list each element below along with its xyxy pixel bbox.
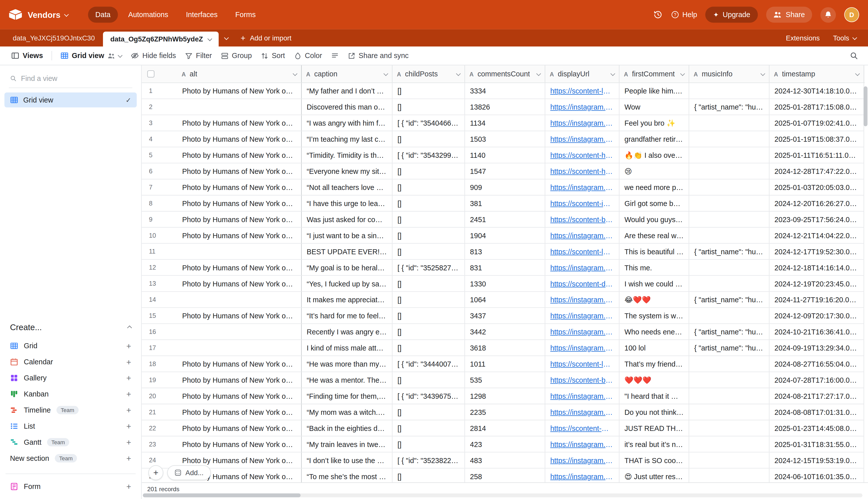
tools-button[interactable]: Tools [827,29,863,47]
cell-firstComment[interactable]: People like him. 😄 [619,83,689,99]
cell-timestamp[interactable]: 2025-01-03T20:05:03.000Z [770,179,864,195]
cell-displayUrl[interactable]: https://instagram.fjp... [545,468,619,484]
cell-musicInfo[interactable] [689,163,770,179]
url-link[interactable]: https://instagram.fjp... [550,472,614,480]
cell-childPosts[interactable]: [] [393,163,465,179]
create-item-calendar[interactable]: Calendar+ [4,354,137,370]
cell-alt[interactable] [177,292,302,307]
row-number[interactable]: 19 [142,372,177,388]
cell-displayUrl[interactable]: https://instagram.fm... [545,436,619,452]
row-number[interactable]: 9 [142,211,177,227]
airtable-logo-icon[interactable] [9,9,22,20]
cell-caption[interactable]: “He was more than my br... [302,356,392,372]
select-all-checkbox[interactable] [147,70,154,78]
cell-timestamp[interactable]: 2024-11-27T19:16:20.000Z [770,292,864,307]
hide-fields-button[interactable]: Hide fields [126,49,180,63]
cell-childPosts[interactable]: [] [393,131,465,147]
table-row[interactable]: 7Photo by Humans of New York on Jan...“N… [142,179,864,195]
cell-caption[interactable]: BEST UPDATE EVER! Mos... [302,244,392,259]
url-link[interactable]: https://instagram.fm... [550,263,614,272]
row-number[interactable]: 14 [142,292,177,307]
row-number[interactable]: 5 [142,147,177,163]
cell-caption[interactable]: “I have this urge to leave ... [302,195,392,211]
cell-commentsCount[interactable]: 3442 [465,324,545,339]
cell-timestamp[interactable]: 2024-12-20T16:26:27.000Z [770,195,864,211]
table-row[interactable]: 1Photo by Humans of New York on De...“My… [142,83,864,99]
cell-firstComment[interactable]: This is beautiful 😍 [619,244,689,259]
cell-commentsCount[interactable]: 1503 [465,131,545,147]
row-number[interactable]: 21 [142,404,177,420]
cell-childPosts[interactable]: [] [393,340,465,355]
add-view-icon[interactable]: + [126,374,131,382]
nav-automations[interactable]: Automations [121,7,176,23]
cell-firstComment[interactable]: grandfather retire... [619,131,689,147]
url-link[interactable]: https://instagram.fli... [550,103,614,111]
cell-alt[interactable]: Photo by Humans of New York on Jul... [177,372,302,388]
cell-firstComment[interactable]: Would you guys e... [619,211,689,227]
row-number[interactable]: 10 [142,228,177,243]
cell-displayUrl[interactable]: https://instagram.fu... [545,308,619,324]
cell-displayUrl[interactable]: https://instagram.fk... [545,340,619,355]
cell-displayUrl[interactable]: https://instagram.fc... [545,452,619,468]
url-link[interactable]: https://instagram.ftg... [550,295,614,304]
cell-caption[interactable]: “My mom was a witch. No... [302,404,392,420]
cell-commentsCount[interactable]: 3334 [465,83,545,99]
cell-commentsCount[interactable]: 3618 [465,340,545,355]
add-view-icon[interactable]: + [126,342,131,350]
add-or-import-button[interactable]: + Add or import [234,29,298,47]
cell-commentsCount[interactable]: 1298 [465,388,545,404]
chevron-down-icon[interactable] [855,71,860,76]
create-item-new-section[interactable]: New sectionTeam+ [4,450,137,466]
table-row[interactable]: 15Photo by Humans of New York on De...“I… [142,308,864,324]
cell-displayUrl[interactable]: https://instagram.flh... [545,388,619,404]
chevron-down-icon[interactable] [384,71,388,76]
add-view-icon[interactable]: + [126,358,131,366]
cell-caption[interactable]: Was just asked for comm... [302,211,392,227]
color-button[interactable]: Color [289,49,326,63]
cell-displayUrl[interactable]: https://scontent-hkg... [545,147,619,163]
cell-alt[interactable]: Photo by Humans of New York on Au... [177,356,302,372]
cell-childPosts[interactable]: [ { "id": "34396750... [393,388,465,404]
url-link[interactable]: https://scontent-hou... [550,167,614,175]
cell-alt[interactable]: Photo by Humans of New York on Sep... [177,211,302,227]
share-button[interactable]: Share [766,7,812,23]
cell-caption[interactable]: Discovered this man on t... [302,99,392,115]
cell-displayUrl[interactable]: https://instagram.fbf... [545,131,619,147]
share-and-sync-button[interactable]: Share and sync [343,49,413,63]
cell-firstComment[interactable]: Girl got some boot... [619,195,689,211]
cell-timestamp[interactable]: 2025-01-28T17:15:08.000Z [770,99,864,115]
table-row[interactable]: 17I kind of miss male attenti...[]3618ht… [142,340,864,356]
cell-timestamp[interactable]: 2024-12-09T20:17:30.000Z [770,308,864,324]
cell-firstComment[interactable]: we need more peo... [619,179,689,195]
cell-musicInfo[interactable]: { "artist_name": "huma... [689,324,770,339]
cell-firstComment[interactable]: This me. [619,260,689,276]
cell-caption[interactable]: “I don’t like to use the wo... [302,452,392,468]
notifications-button[interactable] [820,7,836,23]
row-number[interactable]: 16 [142,324,177,339]
horizontal-scrollbar-thumb[interactable] [143,494,301,497]
cell-displayUrl[interactable]: https://scontent-hou... [545,163,619,179]
table-row[interactable]: 24Photo by Humans of New York on De...“I… [142,452,864,468]
cell-musicInfo[interactable] [689,195,770,211]
table-row[interactable]: 21Photo by Humans of New York on Au...“M… [142,404,864,421]
cell-firstComment[interactable]: Do you not think p... [619,404,689,420]
url-link[interactable]: https://scontent-ber... [550,215,614,223]
cell-firstComment[interactable]: Are these real wor... [619,228,689,243]
cell-caption[interactable]: “I just want to be a single ... [302,228,392,243]
cell-alt[interactable]: Photo by Humans of New York on Au... [177,404,302,420]
row-number[interactable]: 18 [142,356,177,372]
cell-displayUrl[interactable]: https://instagram.fsr... [545,404,619,420]
column-header-firstComment[interactable]: AfirstComment [619,65,689,82]
cell-displayUrl[interactable]: https://scontent-lga... [545,356,619,372]
cell-childPosts[interactable]: [] [393,436,465,452]
row-number[interactable]: 8 [142,195,177,211]
table-row[interactable]: 6Photo by Humans of New York on De...“Ev… [142,163,864,179]
cell-displayUrl[interactable]: https://instagram.fit... [545,324,619,339]
create-item-gallery[interactable]: Gallery+ [4,370,137,386]
cell-commentsCount[interactable]: 1547 [465,163,545,179]
column-header-childPosts[interactable]: AchildPosts [393,65,465,82]
url-link[interactable]: https://instagram.fm... [550,440,614,448]
vertical-scrollbar-thumb[interactable] [864,86,867,126]
table-row[interactable]: 9Photo by Humans of New York on Sep...Wa… [142,211,864,228]
cell-commentsCount[interactable]: 483 [465,452,545,468]
